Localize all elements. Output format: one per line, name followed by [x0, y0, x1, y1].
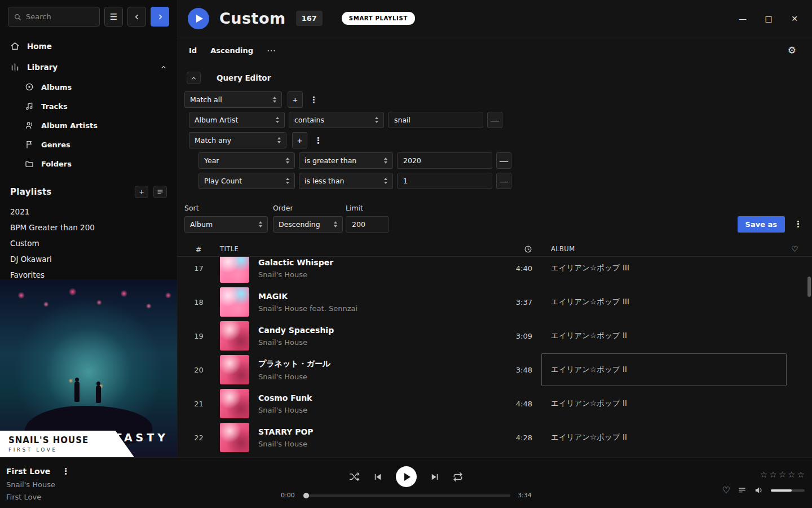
rule-operator-select[interactable]: is less than	[299, 173, 393, 189]
save-as-button[interactable]: Save as	[738, 216, 785, 233]
add-group-rule-button[interactable]: +	[292, 132, 307, 148]
next-track-icon[interactable]	[430, 472, 440, 482]
rule-field-select[interactable]: Album Artist	[189, 112, 285, 128]
track-album[interactable]: エイリアン☆ポップ II	[541, 319, 787, 352]
rule-field-select[interactable]: Year	[198, 152, 295, 169]
sidebar-item-tracks[interactable]: Tracks	[0, 97, 177, 116]
now-playing-menu-icon[interactable]: ⋮	[59, 466, 73, 476]
sidebar-item-library[interactable]: Library	[0, 56, 177, 77]
column-album[interactable]: ALBUM	[541, 245, 787, 253]
remove-rule-button[interactable]: —	[496, 173, 511, 189]
playlist-item[interactable]: BPM Greater than 200	[0, 220, 177, 235]
plus-icon: +	[139, 187, 144, 196]
remove-rule-button[interactable]: —	[496, 152, 511, 169]
sidebar-item-home[interactable]: Home	[0, 36, 177, 56]
playlist-item[interactable]: Custom	[0, 235, 177, 251]
maximize-button[interactable]: □	[764, 14, 774, 23]
seek-slider[interactable]	[304, 494, 510, 497]
repeat-icon[interactable]	[453, 472, 463, 482]
group-menu-icon[interactable]: ⋮	[311, 135, 325, 146]
table-row[interactable]: 18 MAGIK Snail's House feat. Sennzai 3:3…	[178, 285, 812, 319]
sidebar-item-albums[interactable]: Albums	[0, 77, 177, 97]
add-rule-button[interactable]: +	[288, 91, 303, 108]
volume-icon[interactable]	[754, 485, 764, 495]
playlist-item[interactable]: 2021	[0, 204, 177, 220]
search-input[interactable]	[26, 12, 88, 21]
add-playlist-button[interactable]: +	[135, 186, 148, 198]
playlist-list-button[interactable]	[153, 186, 167, 198]
favorite-heart-icon[interactable]: ♡	[791, 244, 812, 253]
sidebar-item-album-artists[interactable]: Album Artists	[0, 116, 177, 135]
match-type-select[interactable]: Match all	[184, 91, 282, 108]
table-row[interactable]: 21 Cosmo Funk Snail's House 4:48 エイリアン☆ポ…	[178, 387, 812, 421]
remove-rule-button[interactable]: —	[487, 112, 502, 128]
table-row[interactable]: 22 STARRY POP Snail's House 4:28 エイリアン☆ポ…	[178, 421, 812, 454]
shuffle-icon[interactable]	[349, 471, 360, 482]
track-number: 21	[178, 400, 220, 408]
sidebar-item-folders[interactable]: Folders	[0, 154, 177, 173]
save-menu-icon[interactable]: ⋮	[791, 216, 805, 233]
sort-select[interactable]: Album	[184, 216, 268, 233]
query-rule-row: Play Count is less than —	[198, 173, 805, 189]
chevron-up-icon[interactable]	[160, 64, 167, 71]
column-number[interactable]: #	[178, 245, 220, 253]
close-button[interactable]: ✕	[789, 14, 800, 23]
table-row[interactable]: 19 Candy Spaceship Snail's House 3:09 エイ…	[178, 319, 812, 353]
group-match-type-select[interactable]: Match any	[189, 132, 286, 148]
playlist-item[interactable]: DJ Okawari	[0, 251, 177, 267]
rule-field-select[interactable]: Play Count	[198, 173, 295, 189]
rule-value-input[interactable]	[397, 152, 492, 169]
collapse-query-editor-button[interactable]	[187, 72, 201, 84]
rule-value-input[interactable]	[388, 112, 483, 128]
track-album[interactable]: エイリアン☆ポップ III	[541, 286, 787, 318]
play-pause-button[interactable]	[396, 466, 417, 487]
artwork-figure	[74, 382, 80, 402]
order-select[interactable]: Descending	[273, 216, 343, 233]
rule-operator-select[interactable]: contains	[289, 112, 384, 128]
sidebar-item-genres[interactable]: Genres	[0, 135, 177, 154]
rule-value-input[interactable]	[397, 173, 492, 189]
column-title[interactable]: TITLE	[220, 245, 508, 253]
track-album[interactable]: エイリアン☆ポップ II	[541, 421, 787, 454]
previous-track-icon[interactable]	[373, 472, 383, 482]
search-box[interactable]	[8, 7, 100, 27]
order-label: Order	[273, 204, 343, 212]
track-album-focused[interactable]: エイリアン☆ポップ II	[541, 353, 787, 386]
more-options-icon[interactable]: ⋯	[267, 45, 276, 56]
scrollbar-thumb[interactable]	[807, 277, 811, 297]
duration-clock-icon[interactable]	[524, 245, 541, 253]
select-arrows-icon	[281, 178, 289, 184]
limit-input[interactable]	[346, 216, 389, 233]
volume-slider[interactable]	[771, 489, 805, 492]
select-arrows-icon	[370, 117, 378, 123]
play-playlist-button[interactable]	[188, 8, 209, 29]
table-row[interactable]: 17 Galactic Whisper Snail's House 4:40 エ…	[178, 257, 812, 285]
star-icon[interactable]: ☆	[760, 470, 767, 480]
settings-gear-icon[interactable]: ⚙	[788, 45, 796, 56]
star-icon[interactable]: ☆	[769, 470, 776, 480]
rule-group-menu-icon[interactable]: ⋮	[307, 95, 321, 105]
star-icon[interactable]: ☆	[779, 470, 786, 480]
star-icon[interactable]: ☆	[788, 470, 795, 480]
sort-field-button[interactable]: Id	[189, 46, 197, 55]
menu-button[interactable]: ☰	[104, 7, 123, 27]
select-value: Descending	[279, 220, 320, 229]
track-number: 22	[178, 433, 220, 442]
forward-button[interactable]	[151, 7, 169, 27]
queue-icon[interactable]	[738, 486, 747, 495]
play-icon	[196, 15, 203, 23]
favorite-heart-icon[interactable]: ♡	[722, 485, 730, 496]
main-panel: Custom 167 SMART PLAYLIST — □ ✕ Id Ascen…	[178, 0, 812, 457]
track-album[interactable]: エイリアン☆ポップ III	[541, 257, 787, 284]
table-row[interactable]: 20 プラネット・ガール Snail's House 3:48 エイリアン☆ポッ…	[178, 353, 812, 387]
seek-handle[interactable]	[303, 493, 309, 498]
now-playing-artwork[interactable]: SNAIL'S HOUSE FIRST LOVE TASTY	[0, 279, 177, 457]
track-album[interactable]: エイリアン☆ポップ II	[541, 387, 787, 420]
minimize-button[interactable]: —	[738, 14, 748, 23]
back-button[interactable]	[127, 7, 146, 27]
sort-order-button[interactable]: Ascending	[210, 46, 253, 55]
track-title: プラネット・ガール	[258, 359, 330, 369]
track-title: Cosmo Funk	[258, 393, 312, 402]
star-icon[interactable]: ☆	[797, 470, 805, 480]
rule-operator-select[interactable]: is greater than	[299, 152, 393, 169]
